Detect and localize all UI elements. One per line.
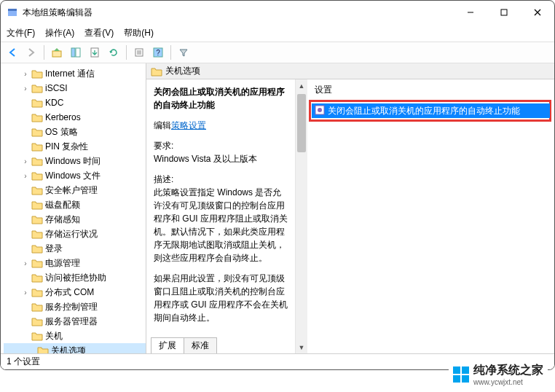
window-title: 本地组策略编辑器 [23, 7, 92, 19]
folder-icon [31, 331, 43, 341]
expand-icon[interactable]: › [21, 157, 30, 165]
tree-node-label: 关机选项 [51, 345, 86, 354]
requirements-label: 要求: [154, 139, 288, 152]
properties-button[interactable] [130, 44, 148, 61]
scroll-up-icon[interactable]: ▲ [296, 79, 307, 92]
folder-icon [31, 112, 43, 122]
tree-node[interactable]: 服务器管理器 [4, 314, 146, 329]
tree-node-label: 访问被拒绝协助 [45, 272, 106, 284]
tree-node[interactable]: ›iSCSI [4, 81, 146, 95]
right-pane-header: 关机选项 [146, 63, 554, 79]
toolbar-separator [44, 45, 44, 60]
folder-icon [31, 214, 43, 224]
folder-icon [37, 345, 49, 353]
expand-icon[interactable]: › [21, 289, 30, 297]
tree-node[interactable]: 服务控制管理 [4, 299, 146, 314]
app-icon [7, 7, 18, 18]
forward-button[interactable] [23, 44, 40, 61]
window-controls [454, 1, 554, 24]
back-button[interactable] [4, 44, 21, 61]
description-label: 描述: [154, 173, 288, 186]
menubar: 文件(F) 操作(A) 查看(V) 帮助(H) [1, 24, 554, 42]
svg-rect-3 [501, 9, 507, 15]
menu-file[interactable]: 文件(F) [7, 27, 35, 39]
setting-item-label: 关闭会阻止或取消关机的应用程序的自动终止功能 [328, 105, 520, 117]
tree-node-label: Windows 文件 [45, 170, 101, 182]
desc-scrollbar[interactable]: ▲ ▼ [295, 79, 307, 353]
watermark-text: 纯净系统之家 [473, 363, 543, 378]
up-button[interactable] [48, 44, 66, 61]
view-tabs: 扩展 标准 [151, 337, 216, 353]
folder-icon [31, 127, 43, 137]
tree-node[interactable]: Kerberos [4, 110, 146, 125]
expand-icon[interactable]: › [21, 259, 30, 267]
tree-node-label: 磁盘配额 [45, 199, 80, 211]
folder-icon [31, 98, 43, 108]
tree-node[interactable]: ›电源管理 [4, 256, 146, 270]
tree-node[interactable]: KDC [4, 95, 146, 110]
menu-help[interactable]: 帮助(H) [124, 27, 154, 39]
requirements-value: Windows Vista 及以上版本 [154, 152, 288, 165]
tree-node[interactable]: ›分布式 COM [4, 285, 146, 299]
folder-icon [31, 83, 43, 93]
close-button[interactable] [521, 1, 554, 24]
tree-node[interactable]: OS 策略 [4, 125, 146, 139]
tree-node[interactable]: 关机 [4, 329, 146, 343]
maximize-button[interactable] [487, 1, 521, 24]
edit-prefix: 编辑 [154, 120, 171, 130]
edit-policy-link[interactable]: 策略设置 [171, 120, 206, 130]
toolbar: ? [1, 42, 554, 63]
settings-column-header[interactable]: 设置 [307, 79, 554, 101]
folder-icon [31, 258, 43, 268]
help-button[interactable]: ? [149, 44, 167, 61]
svg-rect-1 [8, 9, 17, 11]
tree-node[interactable]: ›Windows 时间 [4, 154, 146, 168]
description-p2: 如果启用此设置，则没有可见顶级窗口且阻止或取消关机的控制台应用程序或 GUI 应… [154, 272, 288, 324]
tree-node[interactable]: PIN 复杂性 [4, 139, 146, 154]
refresh-button[interactable] [105, 44, 122, 61]
watermark-url: www.ycwjxt.net [473, 378, 543, 386]
tree-node[interactable]: ›Internet 通信 [4, 66, 146, 81]
expand-icon[interactable]: › [21, 70, 30, 78]
tree-node-label: 存储感知 [45, 213, 80, 226]
export-list-button[interactable] [86, 44, 103, 61]
tree-node[interactable]: 关机选项 [4, 343, 146, 353]
description-p1: 此策略设置指定 Windows 是否允许没有可见顶级窗口的控制台应用程序和 GU… [154, 186, 288, 264]
folder-icon [31, 243, 43, 254]
svg-rect-6 [52, 51, 61, 57]
tree-node-label: 电源管理 [45, 257, 80, 270]
tree-node[interactable]: ›Windows 文件 [4, 168, 146, 183]
expand-icon[interactable]: › [21, 85, 30, 93]
app-window: 本地组策略编辑器 文件(F) 操作(A) 查看(V) 帮助(H) ? ›Inte… [0, 0, 555, 370]
tree-node-label: Kerberos [45, 112, 81, 122]
tree-node-label: KDC [45, 98, 63, 108]
tree-node[interactable]: 存储运行状况 [4, 227, 146, 241]
tree-node-label: 服务控制管理 [45, 301, 98, 313]
tree-pane[interactable]: ›Internet 通信›iSCSIKDCKerberosOS 策略PIN 复杂… [1, 63, 146, 353]
svg-rect-8 [76, 48, 80, 57]
minimize-button[interactable] [454, 1, 487, 24]
tree-node-label: 关机 [45, 330, 63, 342]
tab-extended[interactable]: 扩展 [151, 337, 184, 353]
show-hide-tree-button[interactable] [67, 44, 84, 61]
menu-view[interactable]: 查看(V) [84, 27, 114, 39]
expand-icon[interactable]: › [21, 172, 30, 180]
scroll-thumb[interactable] [297, 94, 306, 152]
tree-node-label: 安全帐户管理 [45, 184, 98, 197]
folder-icon [31, 316, 43, 326]
folder-icon [31, 170, 43, 181]
menu-action[interactable]: 操作(A) [45, 27, 74, 39]
tree-node-label: iSCSI [45, 83, 68, 93]
tree-node[interactable]: 登录 [4, 241, 146, 256]
tree-node[interactable]: 存储感知 [4, 212, 146, 227]
folder-icon [31, 273, 43, 283]
tab-standard[interactable]: 标准 [184, 337, 217, 353]
tree-node[interactable]: 访问被拒绝协助 [4, 270, 146, 285]
setting-item[interactable]: 关闭会阻止或取消关机的应用程序的自动终止功能 [312, 103, 550, 118]
scroll-down-icon[interactable]: ▼ [296, 341, 307, 353]
svg-rect-7 [71, 48, 75, 57]
right-body: 关闭会阻止或取消关机的应用程序的自动终止功能 编辑策略设置 要求: Window… [146, 79, 554, 353]
filter-button[interactable] [175, 44, 192, 61]
tree-node[interactable]: 安全帐户管理 [4, 183, 146, 197]
tree-node[interactable]: 磁盘配额 [4, 197, 146, 212]
